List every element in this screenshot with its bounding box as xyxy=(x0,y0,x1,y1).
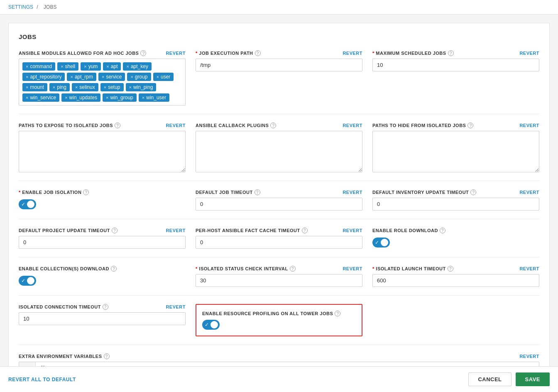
default-project-update-timeout-revert-button[interactable]: REVERT xyxy=(166,228,186,233)
enable-collections-download-toggle[interactable]: ✓ xyxy=(19,276,36,286)
paths-expose-field: PATHS TO EXPOSE TO ISOLATED JOBS ? REVER… xyxy=(19,122,186,172)
extra-environment-variables-help-icon[interactable]: ? xyxy=(104,353,110,359)
default-inventory-update-timeout-input[interactable] xyxy=(372,198,539,211)
isolated-connection-timeout-label: ISOLATED CONNECTION TIMEOUT xyxy=(19,304,101,309)
tag-win-updates: ×win_updates xyxy=(61,93,100,102)
enable-role-download-label: ENABLE ROLE DOWNLOAD xyxy=(372,228,438,233)
ansible-modules-help-icon[interactable]: ? xyxy=(140,50,146,56)
default-project-update-timeout-help-icon[interactable]: ? xyxy=(112,228,117,233)
enable-job-isolation-label: * ENABLE JOB ISOLATION xyxy=(19,190,81,195)
default-job-timeout-input[interactable] xyxy=(196,198,362,211)
per-host-ansible-fact-cache-timeout-input[interactable] xyxy=(196,236,362,249)
enable-resource-profiling-field: ENABLE RESOURCE PROFILING ON ALL TOWER J… xyxy=(196,304,362,336)
isolated-connection-timeout-input[interactable] xyxy=(19,312,186,325)
enable-resource-profiling-help-icon[interactable]: ? xyxy=(335,311,340,316)
enable-job-isolation-field: * ENABLE JOB ISOLATION ? ✓ xyxy=(19,189,186,211)
ansible-callback-textarea[interactable] xyxy=(196,131,362,172)
isolated-status-check-interval-input[interactable] xyxy=(196,274,362,287)
default-inventory-update-timeout-help-icon[interactable]: ? xyxy=(470,189,476,195)
enable-job-isolation-help-icon[interactable]: ? xyxy=(83,189,89,195)
placeholder-col xyxy=(372,304,539,336)
breadcrumb-separator: / xyxy=(37,4,38,10)
ansible-callback-field: ANSIBLE CALLBACK PLUGINS ? REVERT xyxy=(196,122,362,172)
tag-win-ping: ×win_ping xyxy=(126,83,157,91)
paths-hide-revert-button[interactable]: REVERT xyxy=(519,123,539,128)
breadcrumb: SETTINGS / JOBS xyxy=(0,0,558,15)
maximum-scheduled-jobs-revert-button[interactable]: REVERT xyxy=(519,51,539,56)
per-host-ansible-fact-cache-timeout-field: PER-HOST ANSIBLE FACT CACHE TIMEOUT ? RE… xyxy=(196,228,362,249)
extra-environment-variables-revert-button[interactable]: REVERT xyxy=(519,354,539,359)
ansible-modules-revert-button[interactable]: REVERT xyxy=(166,51,186,56)
tag-command: ×command xyxy=(22,62,55,71)
job-execution-path-revert-button[interactable]: REVERT xyxy=(343,51,362,56)
enable-resource-profiling-label: ENABLE RESOURCE PROFILING ON ALL TOWER J… xyxy=(202,311,333,316)
tag-setup: ×setup xyxy=(100,83,124,91)
maximum-scheduled-jobs-field: * MAXIMUM SCHEDULED JOBS ? REVERT xyxy=(372,50,539,105)
paths-hide-field: PATHS TO HIDE FROM ISOLATED JOBS ? REVER… xyxy=(372,122,539,172)
isolated-connection-timeout-revert-button[interactable]: REVERT xyxy=(166,304,186,309)
breadcrumb-current: JOBS xyxy=(44,4,56,10)
isolated-status-check-interval-help-icon[interactable]: ? xyxy=(290,266,296,272)
default-job-timeout-field: DEFAULT JOB TIMEOUT ? REVERT xyxy=(196,189,362,211)
paths-expose-revert-button[interactable]: REVERT xyxy=(166,123,186,128)
enable-role-download-help-icon[interactable]: ? xyxy=(440,228,445,233)
tag-user: ×user xyxy=(153,73,174,81)
isolated-launch-timeout-input[interactable] xyxy=(372,274,539,287)
paths-expose-help-icon[interactable]: ? xyxy=(115,122,120,128)
default-project-update-timeout-input[interactable] xyxy=(19,236,186,249)
tag-mount: ×mount xyxy=(22,83,47,91)
isolated-connection-timeout-help-icon[interactable]: ? xyxy=(103,304,108,310)
paths-hide-textarea[interactable] xyxy=(372,131,539,172)
isolated-status-check-interval-revert-button[interactable]: REVERT xyxy=(343,266,362,271)
default-project-update-timeout-label: DEFAULT PROJECT UPDATE TIMEOUT xyxy=(19,228,110,233)
cancel-button[interactable]: CANCEL xyxy=(468,372,511,386)
ansible-modules-tags[interactable]: ×command ×shell ×yum ×apt ×apt_key ×apt_… xyxy=(19,59,186,105)
tag-service: ×service xyxy=(98,73,125,81)
tag-apt: ×apt xyxy=(103,62,121,71)
maximum-scheduled-jobs-help-icon[interactable]: ? xyxy=(448,50,454,56)
footer-actions: CANCEL SAVE xyxy=(468,372,550,386)
paths-expose-label: PATHS TO EXPOSE TO ISOLATED JOBS xyxy=(19,123,113,128)
job-execution-path-input[interactable] xyxy=(196,59,362,71)
paths-hide-help-icon[interactable]: ? xyxy=(467,122,473,128)
default-job-timeout-help-icon[interactable]: ? xyxy=(255,189,260,195)
tag-shell: ×shell xyxy=(57,62,78,71)
breadcrumb-settings-link[interactable]: SETTINGS xyxy=(8,4,33,10)
job-execution-path-help-icon[interactable]: ? xyxy=(255,50,261,56)
default-job-timeout-revert-button[interactable]: REVERT xyxy=(343,190,362,195)
paths-expose-textarea[interactable] xyxy=(19,131,186,172)
default-inventory-update-timeout-field: DEFAULT INVENTORY UPDATE TIMEOUT ? REVER… xyxy=(372,189,539,211)
maximum-scheduled-jobs-input[interactable] xyxy=(372,59,539,71)
enable-collections-download-field: ENABLE COLLECTION(S) DOWNLOAD ? ✓ xyxy=(19,266,186,287)
tag-win-group: ×win_group xyxy=(103,93,137,102)
isolated-status-check-interval-field: * ISOLATED STATUS CHECK INTERVAL ? REVER… xyxy=(196,266,362,287)
maximum-scheduled-jobs-label: * MAXIMUM SCHEDULED JOBS xyxy=(372,51,446,56)
isolated-launch-timeout-field: * ISOLATED LAUNCH TIMEOUT ? REVERT xyxy=(372,266,539,287)
enable-resource-profiling-toggle[interactable]: ✓ xyxy=(202,320,220,330)
ansible-callback-revert-button[interactable]: REVERT xyxy=(343,123,362,128)
per-host-ansible-fact-cache-timeout-help-icon[interactable]: ? xyxy=(302,228,308,233)
isolated-connection-timeout-field: ISOLATED CONNECTION TIMEOUT ? REVERT xyxy=(19,304,186,336)
isolated-launch-timeout-help-icon[interactable]: ? xyxy=(448,266,453,272)
job-execution-path-field: * JOB EXECUTION PATH ? REVERT xyxy=(196,50,362,105)
default-job-timeout-label: DEFAULT JOB TIMEOUT xyxy=(196,190,253,195)
default-inventory-update-timeout-revert-button[interactable]: REVERT xyxy=(519,190,539,195)
enable-resource-profiling-box: ENABLE RESOURCE PROFILING ON ALL TOWER J… xyxy=(196,304,362,336)
enable-collections-download-help-icon[interactable]: ? xyxy=(111,266,117,272)
job-execution-path-label: * JOB EXECUTION PATH xyxy=(196,51,253,56)
ansible-callback-help-icon[interactable]: ? xyxy=(270,122,276,128)
enable-job-isolation-toggle[interactable]: ✓ xyxy=(19,199,36,209)
per-host-ansible-fact-cache-timeout-revert-button[interactable]: REVERT xyxy=(343,228,362,233)
jobs-section: JOBS ANSIBLE MODULES ALLOWED FOR AD HOC … xyxy=(8,23,550,392)
enable-collections-download-label: ENABLE COLLECTION(S) DOWNLOAD xyxy=(19,266,109,271)
tag-apt-rpm: ×apt_rpm xyxy=(67,73,96,81)
enable-role-download-toggle[interactable]: ✓ xyxy=(372,238,390,247)
default-project-update-timeout-field: DEFAULT PROJECT UPDATE TIMEOUT ? REVERT xyxy=(19,228,186,249)
tag-win-user: ×win_user xyxy=(139,93,169,102)
revert-all-button[interactable]: REVERT ALL TO DEFAULT xyxy=(8,377,76,382)
extra-environment-variables-label: EXTRA ENVIRONMENT VARIABLES xyxy=(19,354,102,359)
ansible-modules-field: ANSIBLE MODULES ALLOWED FOR AD HOC JOBS … xyxy=(19,50,186,105)
isolated-launch-timeout-revert-button[interactable]: REVERT xyxy=(519,266,539,271)
isolated-status-check-interval-label: * ISOLATED STATUS CHECK INTERVAL xyxy=(196,266,288,271)
save-button[interactable]: SAVE xyxy=(516,372,550,386)
